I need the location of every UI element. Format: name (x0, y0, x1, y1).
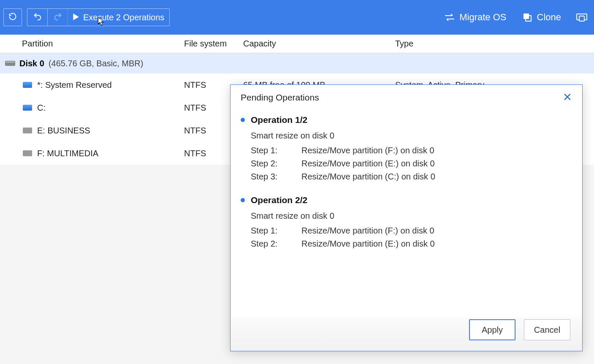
step-text: Resize/Move partition (F:) on disk 0 (301, 146, 434, 155)
migrate-os-button[interactable]: Migrate OS (444, 12, 506, 23)
operation-step: Step 3: Resize/Move partition (C:) on di… (251, 172, 572, 182)
play-icon (73, 13, 79, 22)
clone-icon (522, 12, 533, 23)
apply-button[interactable]: Apply (469, 319, 515, 340)
clone-button[interactable]: Clone (522, 12, 561, 23)
partition-name: *: System Reserved (37, 80, 112, 90)
step-text: Resize/Move partition (E:) on disk 0 (301, 159, 435, 168)
svg-rect-1 (523, 14, 529, 19)
step-label: Step 2: (251, 159, 280, 168)
partition-icon (23, 105, 32, 111)
partition-name: E: BUSINESS (37, 126, 90, 136)
undo-button[interactable] (27, 9, 48, 26)
bullet-icon (241, 198, 245, 202)
migrate-label: Migrate OS (459, 12, 506, 23)
step-text: Resize/Move partition (E:) on disk 0 (301, 239, 435, 249)
partition-icon (23, 128, 32, 133)
operation-block: Operation 1/2 Smart resize on disk 0 Ste… (241, 115, 572, 182)
refresh-icon (8, 12, 17, 23)
execute-button[interactable]: Execute 2 Operations (68, 9, 169, 26)
execute-label: Execute 2 Operations (83, 13, 164, 22)
dialog-titlebar: Pending Operations ✕ (231, 85, 582, 107)
operation-head: Operation 2/2 (241, 195, 572, 205)
svg-rect-4 (579, 16, 584, 21)
disk-row[interactable]: Disk 0 (465.76 GB, Basic, MBR) (0, 53, 594, 73)
bullet-icon (241, 118, 245, 122)
partition-name: C: (37, 103, 46, 113)
dialog-title: Pending Operations (241, 92, 319, 103)
step-label: Step 3: (251, 172, 280, 182)
operation-head: Operation 1/2 (241, 115, 572, 125)
step-label: Step 1: (251, 226, 280, 236)
step-text: Resize/Move partition (F:) on disk 0 (301, 226, 434, 236)
disk-icon (5, 61, 15, 66)
operation-desc: Smart resize on disk 0 (251, 131, 572, 141)
operation-desc: Smart resize on disk 0 (251, 211, 572, 221)
toolbar-left: Execute 2 Operations (3, 8, 170, 26)
step-text: Resize/Move partition (C:) on disk 0 (301, 172, 435, 182)
device-icon (576, 12, 587, 23)
disk-name: Disk 0 (19, 59, 44, 68)
operation-step: Step 2: Resize/Move partition (E:) on di… (251, 159, 572, 168)
col-filesystem[interactable]: File system (184, 39, 243, 49)
col-partition[interactable]: Partition (0, 39, 184, 49)
operation-step: Step 1: Resize/Move partition (F:) on di… (251, 146, 572, 155)
operation-step: Step 1: Resize/Move partition (F:) on di… (251, 226, 572, 236)
operation-step: Step 2: Resize/Move partition (E:) on di… (251, 239, 572, 249)
step-label: Step 1: (251, 146, 280, 155)
clone-label: Clone (537, 12, 561, 23)
partition-icon (23, 150, 32, 156)
more-button[interactable] (576, 12, 587, 23)
toolbar-right: Migrate OS Clone (444, 12, 591, 23)
col-capacity[interactable]: Capacity (243, 39, 395, 49)
redo-button[interactable] (48, 9, 68, 26)
pending-operations-dialog: Pending Operations ✕ Operation 1/2 Smart… (230, 84, 583, 351)
dialog-body: Operation 1/2 Smart resize on disk 0 Ste… (231, 107, 582, 317)
partition-icon (23, 82, 32, 88)
refresh-button[interactable] (3, 8, 22, 26)
toolbar: Execute 2 Operations Migrate OS Clone (0, 0, 594, 35)
disk-meta: (465.76 GB, Basic, MBR) (49, 59, 144, 68)
dialog-footer: Apply Cancel (231, 317, 582, 351)
operation-title: Operation 1/2 (251, 115, 307, 125)
grid-header: Partition File system Capacity Type (0, 35, 594, 53)
redo-icon (53, 12, 62, 23)
migrate-icon (444, 12, 455, 23)
undo-redo-execute-group: Execute 2 Operations (27, 8, 170, 26)
undo-icon (33, 12, 42, 23)
step-label: Step 2: (251, 239, 280, 249)
svg-marker-0 (73, 14, 79, 20)
close-icon[interactable]: ✕ (563, 91, 572, 104)
operation-title: Operation 2/2 (251, 195, 307, 205)
partition-name: F: MULTIMEDIA (37, 149, 98, 158)
cancel-button[interactable]: Cancel (524, 319, 570, 340)
operation-block: Operation 2/2 Smart resize on disk 0 Ste… (241, 195, 572, 249)
col-type[interactable]: Type (395, 39, 594, 49)
